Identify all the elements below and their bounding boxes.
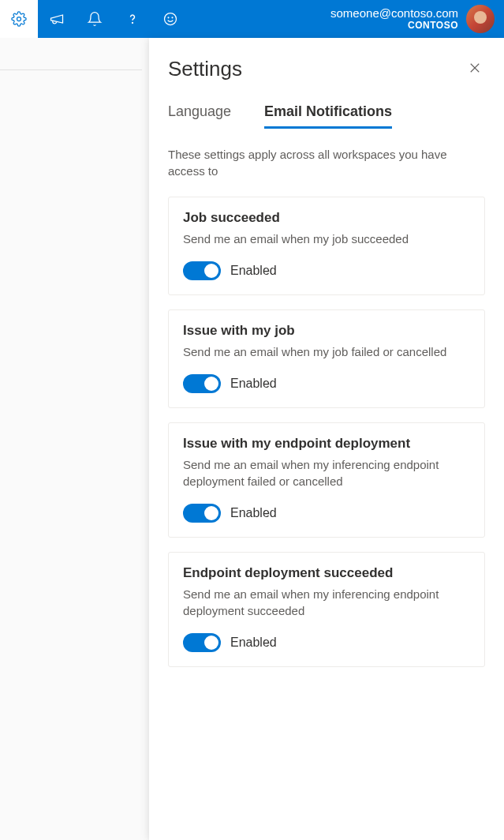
card-desc: Send me an email when my inferencing end… [183, 586, 470, 619]
toggle-row: Enabled [183, 374, 470, 393]
gear-icon [11, 11, 27, 27]
toggle-row: Enabled [183, 504, 470, 523]
card-job-issue: Issue with my job Send me an email when … [168, 309, 485, 408]
tab-email-notifications[interactable]: Email Notifications [264, 103, 392, 129]
close-icon [468, 61, 482, 75]
toggle-label: Enabled [230, 377, 277, 391]
card-job-succeeded: Job succeeded Send me an email when my j… [168, 197, 485, 295]
card-endpoint-issue: Issue with my endpoint deployment Send m… [168, 422, 485, 538]
panel-header: Settings [168, 57, 485, 81]
svg-point-3 [168, 17, 169, 18]
settings-panel: Settings Language Email Notifications Th… [149, 38, 504, 840]
svg-point-2 [165, 13, 177, 25]
help-button[interactable] [114, 0, 151, 38]
card-title: Endpoint deployment succeeded [183, 565, 470, 581]
page-divider [0, 69, 142, 70]
user-block[interactable]: someone@contoso.com CONTOSO [330, 7, 458, 31]
toggle-endpoint-succeeded[interactable] [183, 633, 221, 652]
svg-point-0 [17, 17, 21, 21]
tab-language[interactable]: Language [168, 103, 231, 129]
page-title: Settings [168, 57, 242, 81]
settings-gear-button[interactable] [0, 0, 38, 38]
toggle-row: Enabled [183, 261, 470, 280]
notifications-button[interactable] [76, 0, 114, 38]
toggle-endpoint-issue[interactable] [183, 504, 221, 523]
toggle-knob [204, 377, 218, 391]
toggle-row: Enabled [183, 633, 470, 652]
question-icon [125, 11, 140, 27]
card-title: Job succeeded [183, 210, 470, 226]
card-title: Issue with my endpoint deployment [183, 436, 470, 452]
toggle-knob [204, 506, 218, 520]
card-endpoint-succeeded: Endpoint deployment succeeded Send me an… [168, 552, 485, 667]
feedback-button[interactable] [38, 0, 76, 38]
tabs: Language Email Notifications [168, 103, 485, 129]
toggle-label: Enabled [230, 506, 277, 520]
close-button[interactable] [465, 58, 485, 81]
bell-icon [87, 11, 103, 27]
card-desc: Send me an email when my inferencing end… [183, 456, 470, 489]
megaphone-icon [49, 11, 65, 27]
tab-description: These settings apply across all workspac… [168, 146, 485, 179]
topbar-right: someone@contoso.com CONTOSO [330, 5, 504, 33]
card-desc: Send me an email when my job failed or c… [183, 343, 470, 360]
avatar[interactable] [466, 5, 495, 33]
toggle-label: Enabled [230, 264, 277, 278]
toggle-job-succeeded[interactable] [183, 261, 221, 280]
topbar-left [0, 0, 189, 38]
card-desc: Send me an email when my job succeeded [183, 231, 470, 247]
topbar: someone@contoso.com CONTOSO [0, 0, 504, 38]
toggle-knob [204, 636, 218, 650]
toggle-job-issue[interactable] [183, 374, 221, 393]
svg-point-1 [133, 23, 133, 24]
user-org: CONTOSO [330, 21, 458, 31]
smile-icon [162, 11, 178, 27]
toggle-label: Enabled [230, 636, 277, 650]
emoji-button[interactable] [151, 0, 189, 38]
toggle-knob [204, 264, 218, 278]
svg-point-4 [172, 17, 173, 18]
card-title: Issue with my job [183, 323, 470, 339]
user-email: someone@contoso.com [330, 7, 458, 21]
